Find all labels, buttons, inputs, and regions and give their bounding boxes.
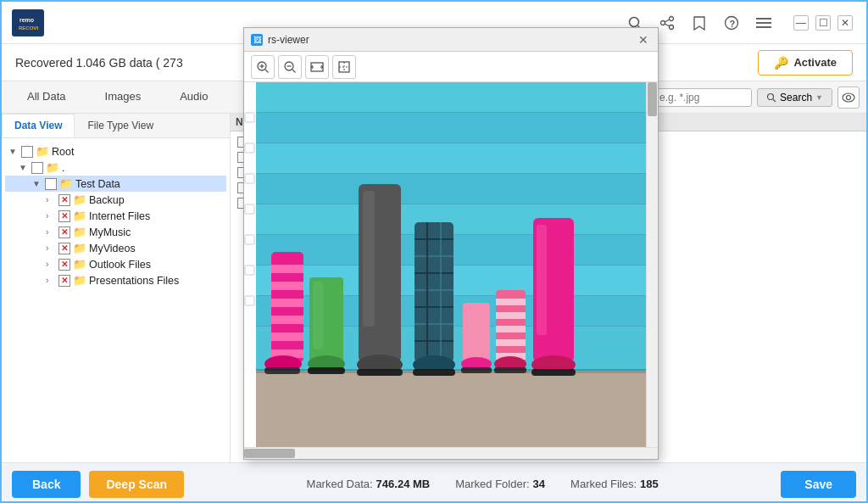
tree-item-presentations-files[interactable]: › ✕ 📁 Presentations Files [5, 272, 226, 288]
checkbox-myvideos[interactable]: ✕ [58, 243, 70, 254]
recovered-text: Recovered 1.046 GB data ( 273 [15, 56, 183, 70]
svg-rect-100 [245, 174, 254, 183]
maximize-button[interactable]: ☐ [815, 15, 831, 31]
scrollbar-thumb-h[interactable] [244, 449, 295, 458]
tree-label-presentations-files: Presentations Files [89, 275, 179, 287]
x-mark: ✕ [61, 195, 68, 204]
svg-rect-37 [244, 143, 648, 173]
svg-point-7 [670, 25, 674, 29]
bookmark-icon[interactable] [690, 14, 709, 32]
activate-button[interactable]: 🔑 Activate [758, 50, 853, 75]
expand-icon: › [46, 260, 56, 269]
boots-image [244, 82, 648, 447]
folder-icon: 📁 [73, 242, 86, 254]
svg-rect-33 [244, 82, 648, 112]
checkbox-root[interactable] [21, 146, 33, 158]
tree-item-internet-files[interactable]: › ✕ 📁 Internet Files [5, 208, 226, 224]
expand-icon: › [46, 227, 56, 237]
file-type-view-tab[interactable]: File Type View [75, 114, 166, 137]
svg-point-3 [630, 17, 639, 26]
search-area: Search ▼ [652, 81, 860, 113]
svg-line-16 [773, 99, 776, 102]
svg-rect-55 [271, 316, 303, 324]
svg-rect-54 [271, 299, 303, 307]
window-controls: — ☐ ✕ [793, 15, 853, 31]
tree-label-root: Root [52, 146, 74, 158]
tab-images[interactable]: Images [86, 81, 160, 113]
horizontal-scrollbar[interactable] [244, 447, 658, 459]
modal-close-button[interactable]: ✕ [636, 32, 651, 48]
checkbox-presentations-files[interactable]: ✕ [58, 275, 70, 287]
svg-rect-35 [244, 113, 648, 143]
modal-title: rs-viewer [268, 34, 309, 46]
share-icon[interactable] [658, 14, 676, 32]
svg-rect-99 [245, 143, 254, 153]
tree-item-backup[interactable]: › ✕ 📁 Backup [5, 192, 226, 208]
modal-app-icon: 🖼 [251, 34, 263, 46]
tree-label-mymusic: MyMusic [89, 226, 131, 238]
expand-icon: ▼ [8, 147, 19, 156]
svg-rect-87 [496, 326, 526, 333]
tree-label-myvideos: MyVideos [89, 243, 136, 254]
close-button[interactable]: ✕ [837, 15, 853, 31]
checkbox-testdata[interactable] [45, 178, 57, 190]
zoom-in-button[interactable] [251, 55, 275, 79]
checkbox-dot[interactable] [31, 162, 43, 174]
expand-icon: › [46, 195, 56, 204]
save-button[interactable]: Save [781, 471, 856, 498]
bottom-bar: Back Deep Scan Marked Data: 746.24 MB Ma… [2, 462, 866, 503]
search-button[interactable]: Search ▼ [757, 88, 832, 107]
tree-item-root[interactable]: ▼ 📁 Root [5, 143, 226, 159]
tab-all-data[interactable]: All Data [8, 81, 85, 113]
svg-line-20 [265, 70, 269, 73]
modal-image-area [244, 82, 658, 447]
svg-rect-102 [245, 235, 254, 244]
svg-point-6 [661, 20, 665, 25]
vertical-scrollbar[interactable] [646, 82, 658, 447]
svg-rect-103 [245, 265, 254, 275]
back-button[interactable]: Back [12, 471, 81, 498]
logo-area: remo RECOVER [12, 9, 44, 36]
checkbox-internet-files[interactable]: ✕ [58, 210, 70, 222]
help-icon[interactable]: ? [722, 14, 741, 32]
marked-data-value: 746.24 MB [376, 478, 431, 490]
tree-label-outlook-files: Outlook Files [89, 259, 151, 271]
checkbox-mymusic[interactable]: ✕ [58, 226, 70, 238]
tree-item-mymusic[interactable]: › ✕ 📁 MyMusic [5, 224, 226, 240]
fit-width-button[interactable] [305, 55, 329, 79]
svg-rect-97 [244, 82, 256, 447]
svg-rect-65 [363, 191, 375, 327]
x-mark: ✕ [61, 227, 68, 237]
marked-data-label: Marked Data: [307, 478, 373, 490]
key-icon: 🔑 [774, 56, 788, 70]
data-view-tab[interactable]: Data View [2, 114, 75, 137]
svg-rect-101 [245, 204, 254, 214]
tree-item-outlook-files[interactable]: › ✕ 📁 Outlook Files [5, 256, 226, 272]
checkbox-outlook-files[interactable]: ✕ [58, 259, 70, 271]
tree-item-myvideos[interactable]: › ✕ 📁 MyVideos [5, 240, 226, 256]
minimize-button[interactable]: — [793, 15, 809, 31]
svg-line-8 [665, 20, 670, 22]
scrollbar-thumb-v[interactable] [648, 82, 657, 116]
tree-item-testdata[interactable]: ▼ 📁 Test Data [5, 176, 226, 192]
x-mark: ✕ [61, 276, 68, 285]
svg-point-18 [847, 95, 851, 99]
marked-files-stat: Marked Files: 185 [570, 478, 659, 490]
modal-toolbar [244, 52, 658, 82]
tab-audio[interactable]: Audio [161, 81, 226, 113]
zoom-out-button[interactable] [278, 55, 302, 79]
deep-scan-button[interactable]: Deep Scan [89, 471, 184, 498]
rs-viewer-window[interactable]: 🖼 rs-viewer ✕ [243, 27, 659, 460]
tree-item-dot[interactable]: ▼ 📁 . [5, 159, 226, 176]
svg-rect-86 [496, 312, 526, 319]
menu-icon[interactable] [754, 14, 773, 32]
folder-icon: 📁 [36, 145, 49, 158]
eye-icon[interactable] [837, 87, 860, 109]
svg-rect-93 [537, 225, 547, 335]
checkbox-backup[interactable]: ✕ [58, 194, 70, 206]
search-filter-input[interactable] [659, 92, 744, 103]
bottom-stats: Marked Data: 746.24 MB Marked Folder: 34… [307, 478, 659, 490]
fit-page-button[interactable] [332, 55, 356, 79]
svg-rect-85 [496, 299, 526, 305]
svg-point-15 [768, 93, 774, 99]
